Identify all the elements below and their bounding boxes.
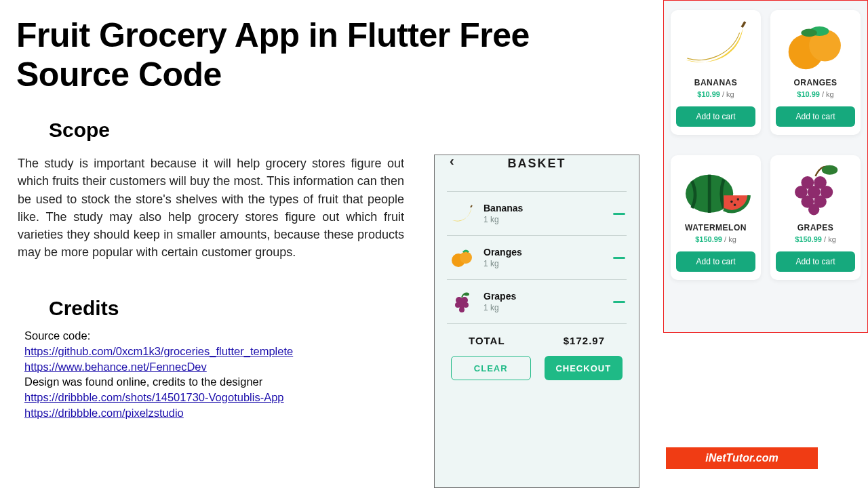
- grapes-icon: [448, 288, 475, 315]
- basket-item-info: Oranges 1 kg: [484, 247, 613, 268]
- credits-body: Source code: https://github.com/0xcm1k3/…: [24, 328, 404, 421]
- basket-list: Bananas 1 kg Oranges 1 kg: [447, 191, 627, 324]
- credits-lead: Source code:: [24, 329, 90, 342]
- product-name: GRAPES: [797, 223, 834, 232]
- basket-actions: CLEAR CHECKOUT: [435, 356, 639, 380]
- basket-row: Oranges 1 kg: [447, 236, 627, 280]
- credit-link-4[interactable]: https://dribbble.com/pixelzstudio: [24, 407, 184, 419]
- page-title: Fruit Grocery App in Flutter Free Source…: [16, 16, 627, 94]
- basket-panel: ‹ BASKET Bananas 1 kg Oranges: [434, 155, 639, 488]
- add-to-cart-button[interactable]: Add to cart: [676, 251, 755, 272]
- basket-item-info: Grapes 1 kg: [484, 291, 613, 312]
- minus-icon[interactable]: [613, 213, 625, 215]
- clear-button[interactable]: CLEAR: [451, 356, 531, 380]
- credits-heading: Credits: [49, 297, 119, 320]
- product-card: WATERMELON $150.99 / kg Add to cart: [671, 155, 761, 280]
- checkout-button[interactable]: CHECKOUT: [545, 356, 623, 380]
- credit-link-2[interactable]: https://www.behance.net/FennecDev: [24, 361, 207, 373]
- svg-point-7: [459, 307, 465, 312]
- product-card: ORANGES $10.99 / kg Add to cart: [770, 10, 861, 135]
- svg-point-8: [464, 293, 469, 296]
- credit-link-1[interactable]: https://github.com/0xcm1k3/groceries_flu…: [24, 345, 293, 357]
- total-label: TOTAL: [469, 335, 505, 346]
- basket-row: Grapes 1 kg: [447, 280, 627, 324]
- orange-icon: [448, 244, 475, 271]
- back-icon[interactable]: ‹: [450, 155, 456, 169]
- svg-point-6: [463, 302, 469, 308]
- svg-point-5: [455, 302, 460, 308]
- product-price: $150.99 / kg: [695, 235, 736, 243]
- basket-item-name: Oranges: [484, 247, 613, 258]
- basket-header: ‹ BASKET: [435, 155, 639, 179]
- product-grid-panel: BANANAS $10.99 / kg Add to cart ORANGES …: [663, 0, 868, 333]
- scope-heading: Scope: [49, 119, 110, 142]
- add-to-cart-button[interactable]: Add to cart: [776, 106, 855, 127]
- product-price: $10.99 / kg: [797, 90, 833, 98]
- banana-icon: [448, 200, 475, 227]
- orange-icon: [776, 17, 855, 73]
- product-name: BANANAS: [694, 78, 738, 87]
- svg-point-25: [808, 204, 819, 215]
- product-card: GRAPES $150.99 / kg Add to cart: [770, 155, 861, 280]
- basket-item-qty: 1 kg: [484, 215, 613, 224]
- product-grid: BANANAS $10.99 / kg Add to cart ORANGES …: [671, 10, 861, 280]
- grapes-icon: [776, 162, 855, 218]
- scope-body: The study is important because it will h…: [18, 155, 404, 262]
- basket-item-qty: 1 kg: [484, 303, 613, 312]
- credits-design-note: Design was found online, credits to the …: [24, 375, 262, 388]
- basket-row: Bananas 1 kg: [447, 191, 627, 236]
- minus-icon[interactable]: [613, 301, 625, 303]
- product-price: $150.99 / kg: [795, 235, 836, 243]
- page: Fruit Grocery App in Flutter Free Source…: [0, 0, 868, 488]
- svg-point-15: [737, 198, 740, 201]
- minus-icon[interactable]: [613, 257, 625, 259]
- basket-item-info: Bananas 1 kg: [484, 203, 613, 224]
- basket-item-name: Bananas: [484, 203, 613, 214]
- svg-point-17: [822, 165, 837, 175]
- banana-icon: [676, 17, 755, 73]
- basket-title: BASKET: [507, 157, 566, 170]
- basket-item-name: Grapes: [484, 291, 613, 302]
- total-value: $172.97: [564, 335, 605, 346]
- credit-link-3[interactable]: https://dribbble.com/shots/14501730-Vogo…: [24, 391, 284, 403]
- product-name: WATERMELON: [685, 223, 747, 232]
- basket-item-qty: 1 kg: [484, 259, 613, 268]
- product-card: BANANAS $10.99 / kg Add to cart: [671, 10, 761, 135]
- svg-point-16: [734, 203, 736, 206]
- product-price: $10.99 / kg: [697, 90, 734, 98]
- product-name: ORANGES: [793, 78, 837, 87]
- add-to-cart-button[interactable]: Add to cart: [776, 251, 855, 272]
- svg-point-1: [460, 251, 472, 264]
- basket-total-row: TOTAL $172.97: [435, 324, 639, 356]
- add-to-cart-button[interactable]: Add to cart: [676, 106, 755, 127]
- watermelon-icon: [676, 162, 755, 218]
- svg-point-12: [801, 29, 816, 37]
- svg-point-14: [730, 201, 733, 203]
- watermark: iNetTutor.com: [666, 447, 818, 469]
